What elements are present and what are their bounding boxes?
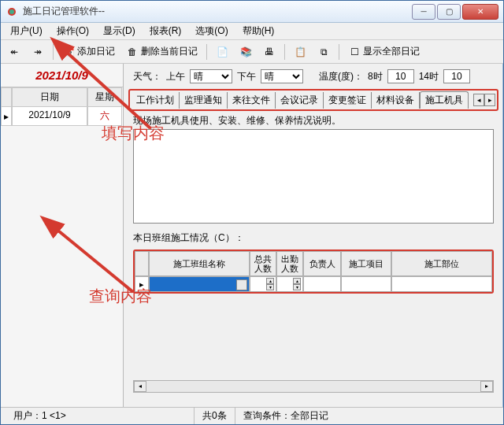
- row-marker-icon: ▸: [135, 276, 149, 292]
- am-weather-select[interactable]: 晴: [190, 69, 232, 83]
- copy-icon: ⧉: [317, 46, 330, 58]
- status-user: 用户：1 <1>: [6, 408, 195, 424]
- col-total: 总共 人数: [250, 251, 276, 276]
- project-cell[interactable]: [341, 276, 391, 292]
- tab-equipment[interactable]: 施工机具: [420, 91, 469, 109]
- checkbox-icon: ☐: [348, 46, 361, 58]
- tab-meetings[interactable]: 会议记录: [276, 92, 324, 109]
- arrow-prev-icon: ↠: [32, 46, 44, 58]
- temp1-input[interactable]: [387, 69, 414, 83]
- menu-operate[interactable]: 操作(O): [50, 23, 95, 39]
- team-name-cell[interactable]: [149, 276, 250, 292]
- nav-first-button[interactable]: ↞: [4, 43, 24, 61]
- tool-4-button[interactable]: 📋: [290, 43, 310, 61]
- menu-user[interactable]: 用户(U): [4, 23, 49, 39]
- close-button[interactable]: ✕: [462, 4, 498, 20]
- app-icon: [6, 6, 18, 18]
- pm-label: 下午: [237, 70, 256, 83]
- row-weekday: 六: [87, 107, 122, 126]
- col-part: 施工部位: [391, 251, 492, 276]
- svg-point-1: [9, 9, 14, 14]
- titlebar: 施工日记管理软件-- ─ ▢ ✕: [1, 1, 503, 23]
- clipboard-icon: 📋: [294, 46, 306, 58]
- weather-label: 天气：: [133, 70, 161, 83]
- tool-1-button[interactable]: 📄: [212, 43, 232, 61]
- total-cell[interactable]: ▴▾: [250, 276, 276, 292]
- tab-supervision[interactable]: 监理通知: [180, 92, 228, 109]
- tool-5-button[interactable]: ⧉: [313, 43, 334, 61]
- tab-row: 工作计划 监理通知 来往文件 会议记录 变更签证 材料设备 施工机具 ◂▸: [128, 89, 498, 111]
- col-team-name: 施工班组名称: [149, 251, 250, 276]
- date-row[interactable]: ▸ 2021/10/9 六: [1, 107, 123, 126]
- row-marker-icon: ▸: [1, 107, 12, 126]
- main-panel: 天气： 上午 晴 下午 晴 温度(度)： 8时 14时 工作计划 监理通知 来往…: [124, 64, 503, 407]
- delete-diary-button[interactable]: 🗑删除当前日记: [122, 43, 202, 61]
- calendar-icon: 📅: [62, 46, 75, 58]
- temp-label: 温度(度)：: [319, 70, 363, 83]
- menu-option[interactable]: 选项(O): [189, 23, 234, 39]
- menu-display[interactable]: 显示(D): [97, 23, 142, 39]
- attend-cell[interactable]: ▴▾: [276, 276, 303, 292]
- grid-row[interactable]: ▸ ▴▾ ▴▾: [135, 276, 492, 292]
- menubar: 用户(U) 操作(O) 显示(D) 报表(R) 选项(O) 帮助(H): [1, 23, 503, 40]
- toolbar: ↞ ↠ 📅添加日记 🗑删除当前日记 📄 📚 🖶 📋 ⧉ ☐显示全部日记: [1, 40, 503, 64]
- temp2-input[interactable]: [443, 69, 470, 83]
- doc-icon: 📄: [216, 46, 228, 58]
- menu-report[interactable]: 报表(R): [143, 23, 188, 39]
- date-list: 日期 星期 ▸ 2021/10/9 六: [1, 87, 123, 126]
- col-weekday-header: 星期: [87, 87, 122, 107]
- equipment-textarea[interactable]: [133, 129, 494, 224]
- stack-icon: 📚: [239, 46, 252, 58]
- section1-label: 现场施工机具使用、安装、维修、保养情况说明。: [128, 111, 498, 129]
- tool-3-button[interactable]: 🖶: [259, 43, 280, 61]
- part-cell[interactable]: [391, 276, 492, 292]
- grid-hscroll[interactable]: ◂ ▸: [133, 380, 494, 393]
- tab-changes[interactable]: 变更签证: [324, 92, 372, 109]
- window-title: 施工日记管理软件--: [23, 5, 412, 18]
- add-diary-button[interactable]: 📅添加日记: [58, 43, 119, 61]
- col-date-header: 日期: [12, 87, 87, 107]
- tool-2-button[interactable]: 📚: [235, 43, 256, 61]
- show-all-button[interactable]: ☐显示全部日记: [344, 43, 424, 61]
- app-window: 施工日记管理软件-- ─ ▢ ✕ 用户(U) 操作(O) 显示(D) 报表(R)…: [0, 0, 504, 425]
- scroll-right-icon[interactable]: ▸: [480, 381, 493, 392]
- arrow-first-icon: ↞: [8, 46, 20, 58]
- col-project: 施工项目: [341, 251, 391, 276]
- tab-materials[interactable]: 材料设备: [372, 92, 420, 109]
- status-count: 共0条: [195, 408, 235, 424]
- scroll-left-icon[interactable]: ◂: [134, 381, 146, 392]
- minimize-button[interactable]: ─: [412, 4, 435, 20]
- tab-scroll[interactable]: ◂▸: [473, 94, 495, 106]
- section2-label: 本日班组施工情况（C）：: [128, 228, 498, 246]
- tab-documents[interactable]: 来往文件: [228, 92, 276, 109]
- am-label: 上午: [166, 70, 185, 83]
- menu-help[interactable]: 帮助(H): [236, 23, 281, 39]
- delete-icon: 🗑: [126, 46, 139, 58]
- col-attend: 出勤 人数: [276, 251, 303, 276]
- status-filter: 查询条件：全部日记: [235, 408, 336, 424]
- tab-workplan[interactable]: 工作计划: [132, 92, 180, 109]
- team-grid: 施工班组名称 总共 人数 出勤 人数 负责人 施工项目 施工部位 ▸ ▴▾ ▴▾: [135, 251, 492, 292]
- leader-cell[interactable]: [303, 276, 341, 292]
- time2-label: 14时: [419, 70, 439, 83]
- row-date: 2021/10/9: [12, 107, 87, 126]
- time1-label: 8时: [368, 70, 383, 83]
- nav-prev-button[interactable]: ↠: [28, 43, 48, 61]
- print-icon: 🖶: [263, 46, 276, 58]
- col-leader: 负责人: [303, 251, 341, 276]
- statusbar: 用户：1 <1> 共0条 查询条件：全部日记: [1, 407, 503, 424]
- maximize-button[interactable]: ▢: [437, 4, 461, 20]
- current-date-heading: 2021/10/9: [1, 64, 123, 87]
- pm-weather-select[interactable]: 晴: [261, 69, 303, 83]
- weather-row: 天气： 上午 晴 下午 晴 温度(度)： 8时 14时: [128, 67, 498, 86]
- sidebar: 2021/10/9 日期 星期 ▸ 2021/10/9 六: [1, 64, 124, 407]
